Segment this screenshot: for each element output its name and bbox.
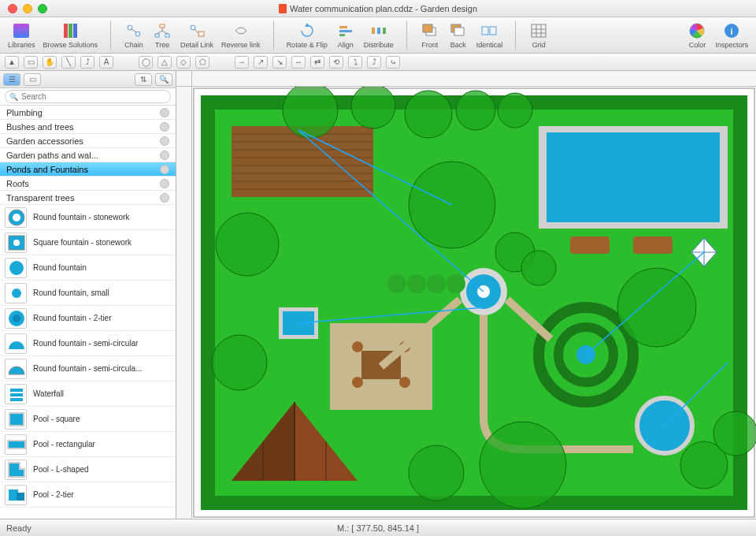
status-ready: Ready (6, 523, 32, 533)
shape-label: Pool - rectangular (33, 440, 95, 449)
category-label: Garden accessories (6, 136, 83, 146)
rect-tool[interactable]: ▭ (24, 56, 38, 69)
identical-button[interactable]: Identical (473, 21, 506, 49)
svg-point-87 (351, 87, 395, 128)
reverse-link-button[interactable]: Reverse link (218, 21, 264, 49)
shape-item[interactable]: Pool - L-shaped (0, 457, 176, 482)
disclosure-icon (160, 122, 169, 132)
inspectors-button[interactable]: iInspectors (712, 21, 751, 49)
sidebar-view-2[interactable]: ▭ (24, 73, 41, 86)
svg-point-100 (713, 411, 756, 456)
svg-point-90 (498, 93, 532, 128)
shape-tool-4[interactable]: ⬠ (195, 56, 209, 69)
color-button[interactable]: Color (684, 21, 710, 49)
shape-label: Pool - square (33, 415, 80, 423)
rotate-flip-button[interactable]: Rotate & Flip (284, 21, 331, 49)
shape-tool-1[interactable]: ◯ (139, 56, 153, 69)
category-item[interactable]: Roofs (0, 177, 176, 191)
category-item[interactable]: Bushes and trees (0, 120, 176, 134)
shape-item[interactable]: Round fountain - 2-tier (0, 306, 176, 331)
grid-button[interactable]: Grid (525, 21, 552, 49)
svg-rect-42 (10, 393, 23, 396)
shape-label: Round fountain - semi-circular (33, 339, 138, 348)
shape-item[interactable]: Round fountain - stonework (0, 205, 176, 230)
shape-item[interactable]: Round fountain (0, 255, 176, 281)
shape-label: Round fountain - 2-tier (33, 314, 112, 322)
category-item[interactable]: Garden accessories (0, 134, 176, 148)
svg-point-91 (216, 213, 279, 276)
toolbar-separator (406, 21, 407, 50)
svg-point-37 (9, 261, 24, 275)
libraries-button[interactable]: Libraries (5, 21, 39, 49)
shape-tool-2[interactable]: △ (158, 56, 172, 69)
disclosure-icon (160, 151, 169, 160)
sidebar-view-1[interactable]: ☰ (3, 73, 20, 86)
front-button[interactable]: Front (417, 21, 443, 49)
browse-solutions-button[interactable]: Browse Solutions (40, 21, 102, 49)
sidebar-sort[interactable]: ⇅ (135, 73, 152, 86)
category-item[interactable]: Garden paths and wal... (0, 148, 176, 162)
shape-item[interactable]: Pool - square (0, 407, 176, 432)
shape-label: Pool - L-shaped (33, 465, 89, 474)
pointer-tool[interactable]: ▲ (5, 56, 19, 69)
hand-tool[interactable]: ✋ (43, 56, 57, 69)
text-tool[interactable]: A (99, 56, 113, 69)
ruler-vertical[interactable] (176, 87, 192, 519)
shape-item[interactable]: Square fountain - stonework (0, 230, 176, 255)
shape-thumbnail (5, 333, 27, 354)
arrow-tool-1[interactable]: → (235, 56, 249, 69)
category-label: Ponds and Fountains (6, 165, 88, 174)
arrow-tool-5[interactable]: ⇄ (310, 56, 324, 69)
svg-rect-25 (532, 24, 546, 37)
shape-thumbnail (5, 233, 27, 253)
shape-thumbnail (5, 258, 27, 278)
shape-thumbnail (5, 460, 27, 480)
chain-button[interactable]: Chain (120, 21, 147, 49)
shape-tool-3[interactable]: ◇ (176, 56, 191, 69)
category-item[interactable]: Ponds and Fountains (0, 162, 176, 177)
arrow-tool-4[interactable]: ↔ (291, 56, 306, 69)
ruler-horizontal[interactable] (192, 71, 756, 87)
window-title: Water communication plan.cddz - Garden d… (0, 3, 756, 14)
svg-point-89 (456, 91, 495, 130)
sidebar-search-toggle[interactable]: 🔍 (155, 73, 172, 86)
ruler-corner (176, 71, 192, 87)
connector-tool[interactable]: ⤴ (80, 56, 94, 69)
shape-item[interactable]: Round fountain - semi-circula... (0, 356, 176, 382)
svg-point-86 (283, 87, 338, 138)
svg-rect-13 (339, 26, 347, 28)
svg-point-76 (399, 377, 410, 388)
category-item[interactable]: Transparent trees (0, 191, 176, 205)
line-tool[interactable]: ╲ (61, 56, 76, 69)
align-button[interactable]: Align (332, 21, 359, 49)
tree-button[interactable]: Tree (149, 21, 176, 49)
svg-point-38 (12, 288, 21, 298)
arrow-tool-8[interactable]: ⤴ (367, 56, 381, 69)
shape-list: Round fountain - stoneworkSquare fountai… (0, 205, 176, 519)
library-search-input[interactable] (5, 90, 171, 103)
back-button[interactable]: Back (445, 21, 472, 49)
shape-item[interactable]: Round fountain, small (0, 281, 176, 306)
shape-item[interactable]: Waterfall (0, 382, 176, 407)
arrow-tool-6[interactable]: ⟲ (329, 56, 343, 69)
shape-item[interactable]: Pool - 2-tier (0, 482, 176, 508)
arrow-tool-3[interactable]: ↘ (272, 56, 287, 69)
svg-rect-22 (454, 28, 464, 35)
arrow-tool-7[interactable]: ⤵ (348, 56, 362, 69)
distribute-button[interactable]: Distribute (361, 21, 397, 49)
shape-label: Waterfall (33, 389, 64, 398)
arrow-tool-2[interactable]: ↗ (254, 56, 268, 69)
svg-rect-14 (339, 30, 352, 32)
shape-item[interactable]: Round fountain - semi-circular (0, 331, 176, 356)
disclosure-icon (160, 136, 169, 146)
drawing-canvas[interactable] (192, 87, 756, 519)
svg-rect-18 (383, 28, 386, 34)
status-coordinates: M.: [ 377.50, 845.14 ] (337, 523, 419, 533)
svg-point-104 (447, 274, 465, 293)
detail-link-button[interactable]: Detail Link (177, 21, 217, 49)
svg-rect-15 (339, 34, 345, 36)
arrow-tool-9[interactable]: ⤿ (386, 56, 400, 69)
shape-item[interactable]: Pool - rectangular (0, 432, 176, 457)
category-item[interactable]: Plumbing (0, 106, 176, 120)
document-icon (279, 4, 287, 13)
